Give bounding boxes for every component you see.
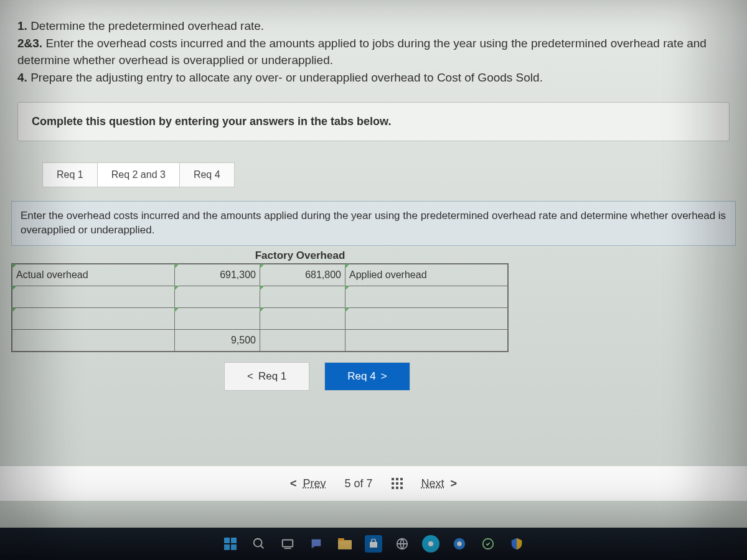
credit-label-cell[interactable]: Applied overhead [345,264,509,286]
windows-taskbar [0,528,747,560]
svg-rect-5 [400,482,403,485]
debit-amount-cell[interactable] [175,286,260,308]
svg-point-21 [428,541,433,546]
q23-num: 2&3. [17,37,42,50]
debit-amount-cell[interactable]: 9,500 [175,330,260,352]
svg-rect-7 [396,487,398,489]
pager-position: 5 of 7 [344,477,372,490]
pager-bar: < Prev 5 of 7 Next > [0,465,747,502]
credit-label-cell[interactable] [345,286,509,308]
q1-text: Determine the predetermined overhead rat… [27,19,264,32]
q4-num: 4. [17,71,27,84]
tab-prompt: Enter the overhead costs incurred and th… [11,201,736,246]
tab-req-4[interactable]: Req 4 [179,162,235,187]
svg-rect-19 [370,542,377,548]
pager-prev-label: Prev [303,477,326,490]
svg-rect-10 [231,538,237,543]
chevron-right-icon: > [451,477,458,490]
svg-rect-17 [338,540,352,549]
svg-rect-16 [284,548,291,549]
svg-rect-2 [400,478,403,480]
debit-amount-cell[interactable]: 691,300 [175,264,260,286]
table-row [12,308,508,330]
debit-amount-cell[interactable] [175,308,260,330]
svg-rect-12 [231,544,237,550]
instruction-text: Complete this question by entering your … [32,115,391,128]
svg-rect-0 [392,478,394,480]
svg-rect-6 [392,487,394,489]
debit-label-cell[interactable]: Actual overhead [12,264,175,286]
credit-label-cell[interactable] [345,330,509,352]
debit-label-cell[interactable] [12,330,175,352]
svg-rect-1 [396,478,398,480]
svg-point-13 [254,539,262,547]
task-view-icon[interactable] [279,535,296,553]
question-block: 1. Determine the predetermined overhead … [0,0,747,91]
credit-label-cell[interactable] [345,308,509,330]
t-account-table: Actual overhead 691,300 681,800 Applied … [11,263,509,352]
question-line-3: 4. Prepare the adjusting entry to alloca… [17,69,730,86]
instruction-bar: Complete this question by entering your … [17,102,730,141]
q23-text: Enter the overhead costs incurred and th… [17,37,707,67]
chat-icon[interactable] [308,535,325,553]
sub-nav: < Req 1 Req 4 > [224,362,747,391]
svg-rect-4 [396,482,398,485]
tab-req-2-and-3[interactable]: Req 2 and 3 [97,162,180,187]
prev-req-button[interactable]: < Req 1 [224,362,309,391]
debit-label-cell[interactable] [12,308,175,330]
credit-amount-cell[interactable]: 681,800 [260,264,345,286]
svg-rect-18 [338,538,344,541]
app-icon[interactable] [479,535,497,553]
next-req-button[interactable]: Req 4 > [324,362,410,391]
chevron-right-icon: > [381,370,387,383]
prev-req-label: Req 1 [258,370,286,383]
chevron-left-icon: < [247,370,253,383]
app-icon[interactable] [393,535,411,553]
start-icon[interactable] [222,535,239,553]
tab-row: Req 1 Req 2 and 3 Req 4 [42,162,747,187]
svg-rect-9 [224,538,230,543]
credit-amount-cell[interactable] [260,330,345,352]
question-line-1: 1. Determine the predetermined overhead … [17,17,730,35]
file-explorer-icon[interactable] [336,535,354,553]
table-row: 9,500 [12,330,508,352]
pager-prev[interactable]: < Prev [290,477,326,490]
table-row [12,286,508,308]
debit-label-cell[interactable] [12,286,175,308]
pager-next[interactable]: Next > [421,477,458,490]
question-line-2: 2&3. Enter the overhead costs incurred a… [17,35,730,69]
svg-rect-15 [283,540,293,547]
app-icon[interactable] [422,535,439,553]
t-account: Factory Overhead Actual overhead 691,300… [11,250,747,352]
credit-amount-cell[interactable] [260,308,345,330]
svg-rect-11 [224,544,230,550]
t-account-title: Factory Overhead [176,250,425,263]
tab-req-1[interactable]: Req 1 [42,162,98,187]
search-icon[interactable] [250,535,268,553]
store-icon[interactable] [365,535,382,553]
security-icon[interactable] [508,535,525,553]
svg-rect-3 [392,482,394,485]
svg-line-14 [261,546,264,549]
next-req-label: Req 4 [347,370,375,383]
svg-rect-8 [400,487,403,489]
table-row: Actual overhead 691,300 681,800 Applied … [12,264,508,286]
q4-text: Prepare the adjusting entry to allocate … [27,71,543,84]
pager-next-label: Next [421,477,444,490]
svg-point-23 [457,541,461,546]
q1-num: 1. [17,19,27,32]
grid-icon[interactable] [392,478,403,489]
app-icon[interactable] [451,535,468,553]
credit-amount-cell[interactable] [260,286,345,308]
chevron-left-icon: < [290,477,297,490]
